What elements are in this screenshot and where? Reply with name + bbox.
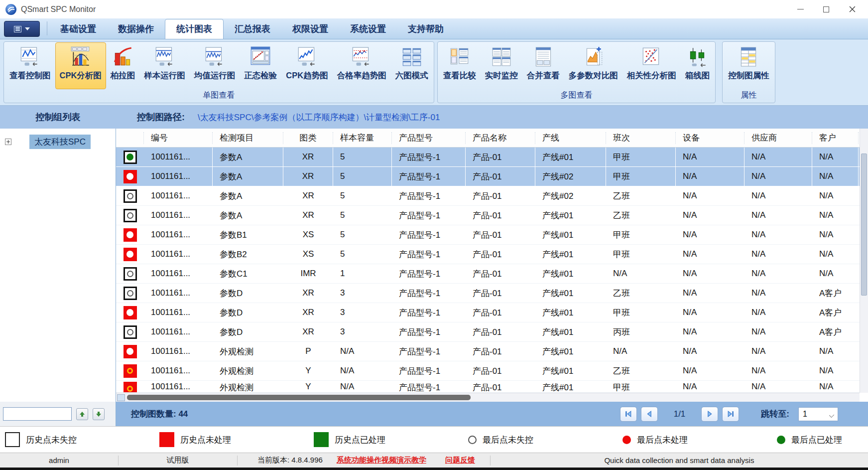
menu-tab-统计图表[interactable]: 统计图表 [165,19,224,39]
status-icon-cell [116,306,144,319]
minimize-button[interactable] [787,0,813,18]
move-up-button[interactable] [76,408,88,420]
previous-page-button[interactable] [641,407,658,422]
feedback-link[interactable]: 问题反馈 [445,456,475,465]
cpk-trend-icon [296,45,319,68]
ribbon-button-CPK分析图[interactable]: CPK分析图 [55,42,106,89]
next-page-button[interactable] [701,407,718,422]
cell-产品型号: 产品型号-1 [392,268,466,280]
table-row[interactable]: 1001161...外观检测YN/A产品型号-1产品-01产线#01乙班N/AN… [116,361,860,381]
cell-班次: N/A [606,269,676,279]
ribbon-button-样本运行图[interactable]: 样本运行图 [139,42,190,89]
menu-tab-权限设置[interactable]: 权限设置 [281,19,339,39]
cell-客户: N/A [812,382,859,392]
first-page-button[interactable] [620,407,637,422]
ribbon-button-label: 合格率趋势图 [337,70,386,81]
table-row[interactable]: 1001161...参数AXR5产品型号-1产品-01产线#01乙班N/AN/A… [116,206,860,225]
app-menu-button[interactable] [4,21,40,37]
close-button[interactable] [839,0,865,18]
column-header-设备[interactable]: 设备 [676,132,744,144]
table-row[interactable]: 1001161...参数C1IMR1产品型号-1产品-01产线#01N/AN/A… [116,264,860,284]
horizontal-scrollbar[interactable] [116,393,860,402]
tree-search-input[interactable] [3,407,72,421]
ribbon-button-相关性分析图[interactable]: 相关性分析图 [622,42,681,89]
table-row[interactable]: 1001161...参数AXR5产品型号-1产品-01产线#02乙班N/AN/A… [116,186,860,206]
ribbon-button-箱线图[interactable]: 箱线图 [681,42,715,89]
scrollbar-thumb[interactable] [127,395,471,400]
column-header-客户[interactable]: 客户 [812,132,859,144]
scroll-left-arrow[interactable] [117,394,125,401]
column-header-图类[interactable]: 图类 [283,132,333,144]
path-bar: 控制组列表 控制图路径: \太友科技SPC\参考案例（以工序顺序构建）\计量型检… [0,106,868,129]
cell-图类: XR [283,327,333,337]
table-row[interactable]: 1001161...参数B2XS5产品型号-1产品-01产线#01甲班N/AN/… [116,245,860,264]
jump-to-page-select[interactable]: 1 [798,407,838,421]
menu-tab-汇总报表[interactable]: 汇总报表 [224,19,281,39]
ribbon-button-均值运行图[interactable]: 均值运行图 [190,42,240,89]
cell-设备: N/A [676,230,744,240]
legend-circle-white-icon [468,436,477,444]
cell-产线: 产线#01 [535,365,606,377]
menu-tab-数据操作[interactable]: 数据操作 [107,19,165,39]
status-icon-cell [116,209,144,222]
maximize-button[interactable] [813,0,839,18]
table-row[interactable]: 1001161...参数AXR5产品型号-1产品-01产线#01甲班N/AN/A… [116,148,860,167]
ribbon-button-CPK趋势图[interactable]: CPK趋势图 [281,42,332,89]
cell-产线: 产线#01 [535,268,606,280]
cell-供应商: N/A [744,167,812,186]
menu-tab-基础设置[interactable]: 基础设置 [49,19,107,39]
column-header-供应商[interactable]: 供应商 [744,132,812,144]
column-header-产品名称[interactable]: 产品名称 [466,132,535,144]
column-header-检测项目[interactable]: 检测项目 [213,132,283,144]
menu-tab-支持帮助[interactable]: 支持帮助 [397,19,455,39]
ribbon-button-六图模式[interactable]: 六图模式 [391,42,433,89]
cell-班次: 乙班 [606,365,676,377]
table-row[interactable]: 1001161...参数DXR3产品型号-1产品-01产线#01丙班N/AN/A… [116,322,860,342]
cell-产线: 产线#01 [535,382,606,393]
tree-expander-icon[interactable] [5,139,11,145]
cell-产品型号: 产品型号-1 [392,210,466,221]
vertical-scrollbar[interactable] [860,129,868,393]
status-legend-bar: 历史点未失控历史点未处理历史点已处理最后点未失控最后点未处理最后点已处理 [0,426,868,453]
menu-tab-系统设置[interactable]: 系统设置 [339,19,397,39]
table-row[interactable]: 1001161...参数DXR3产品型号-1产品-01产线#01乙班N/AN/A… [116,284,860,303]
cell-产品型号: 产品型号-1 [392,307,466,318]
cell-检测项目: 参数A [213,167,283,186]
column-header-样本容量[interactable]: 样本容量 [333,132,392,144]
table-row[interactable]: 1001161...参数AXR5产品型号-1产品-01产线#02甲班N/AN/A… [116,167,860,186]
ribbon-button-查看控制图[interactable]: 查看控制图 [5,42,55,89]
cell-图类: Y [283,366,333,376]
video-tutorial-link[interactable]: 系统功能操作视频演示教学 [337,456,426,465]
ribbon-button-实时监控[interactable]: 实时监控 [481,42,522,89]
table-row[interactable]: 1001161...参数B1XS5产品型号-1产品-01产线#01甲班N/AN/… [116,225,860,245]
column-header-产线[interactable]: 产线 [535,132,606,144]
cell-检测项目: 参数A [213,190,283,202]
cell-检测项目: 参数B2 [213,249,283,260]
cell-班次: 甲班 [606,167,676,186]
cell-供应商: N/A [744,191,812,201]
table-row[interactable]: 1001161...外观检测YN/A产品型号-1产品-01产线#01甲班N/AN… [116,381,860,393]
column-header-编号[interactable]: 编号 [144,132,213,144]
table-row[interactable]: 1001161...外观检测PN/A产品型号-1产品-01产线#01N/AN/A… [116,342,860,361]
ribbon-button-多参数对比图[interactable]: 多参数对比图 [564,42,622,89]
ribbon-button-合格率趋势图[interactable]: 合格率趋势图 [333,42,391,89]
cell-编号: 1001161... [144,366,213,376]
cell-编号: 1001161... [144,308,213,317]
cell-班次: 甲班 [606,249,676,260]
status-icon-cell [116,189,144,203]
ribbon-button-查看比较[interactable]: 查看比较 [439,42,481,89]
last-page-button[interactable] [722,407,739,422]
move-down-button[interactable] [93,408,105,420]
ribbon-button-控制图属性[interactable]: 控制图属性 [724,42,774,89]
ribbon-button-正态检验[interactable]: 正态检验 [240,42,281,89]
tree-row: 太友科技SPC [0,135,116,149]
ribbon-button-柏拉图[interactable]: 柏拉图 [106,42,140,89]
control-chart-icon [18,45,41,68]
column-header-班次[interactable]: 班次 [606,132,676,144]
table-row[interactable]: 1001161...参数DXR3产品型号-1产品-01产线#01甲班N/AN/A… [116,303,860,322]
tree-node-root[interactable]: 太友科技SPC [29,135,91,149]
chart-path-label: 控制图路径: [137,111,185,123]
ribbon-button-合并查看[interactable]: 合并查看 [522,42,564,89]
column-header-产品型号[interactable]: 产品型号 [392,132,466,144]
cell-图类: XS [283,230,333,240]
